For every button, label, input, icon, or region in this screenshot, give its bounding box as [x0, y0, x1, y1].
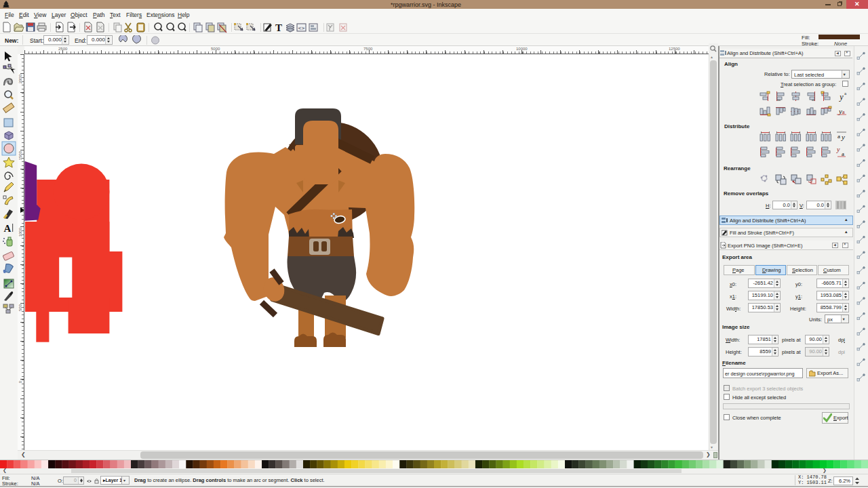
svg-text:a: a — [842, 150, 844, 157]
svg-text:a: a — [837, 133, 840, 140]
svg-text:y: y — [841, 133, 845, 141]
svg-text:y: y — [839, 92, 844, 102]
svg-text:T: T — [275, 22, 282, 33]
svg-text:<>: <> — [298, 25, 305, 31]
svg-text:a: a — [844, 91, 847, 96]
svg-text:A: A — [4, 223, 12, 234]
svg-text:y: y — [836, 146, 840, 153]
